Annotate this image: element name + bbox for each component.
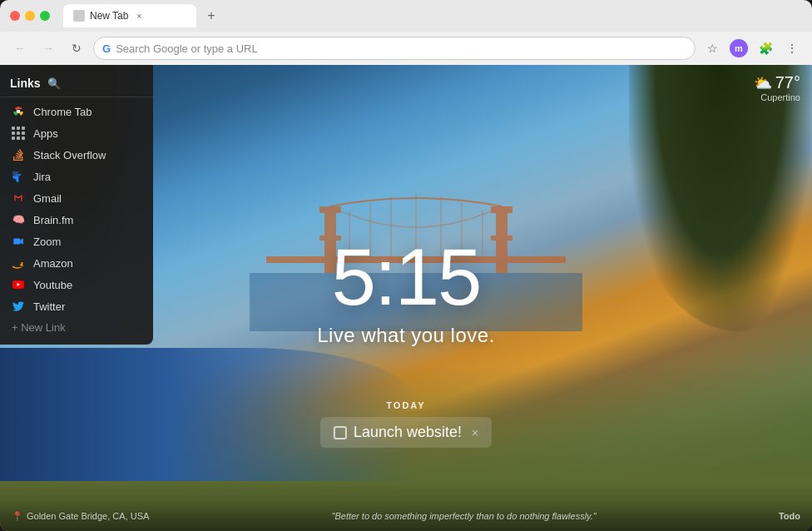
zoom-icon (12, 235, 25, 248)
location-icon: 📍 (12, 511, 23, 522)
reload-button[interactable]: ↻ (65, 37, 88, 60)
jira-icon (12, 170, 25, 183)
sidebar-item-label-chrome-tab: Chrome Tab (33, 106, 92, 118)
youtube-icon (12, 278, 25, 291)
minimize-button[interactable] (25, 11, 35, 21)
sidebar-item-chrome-tab[interactable]: Chrome Tab (0, 101, 153, 122)
sidebar-item-label-apps: Apps (33, 127, 58, 140)
sidebar-item-youtube[interactable]: Youtube (0, 274, 153, 295)
center-content: 5:15 Live what you love. (317, 237, 495, 347)
sidebar-item-apps[interactable]: Apps (0, 122, 153, 144)
new-tab-button[interactable]: + (200, 4, 223, 27)
sidebar-header: Links 🔍 (0, 72, 153, 97)
menu-icon[interactable]: ⋮ (780, 37, 804, 60)
time-display: 5:15 (317, 237, 495, 317)
avatar: m (730, 39, 748, 57)
chrome-icon (12, 105, 25, 118)
stack-overflow-icon (12, 148, 25, 161)
tab-close-icon[interactable]: × (133, 10, 145, 22)
active-tab[interactable]: New Tab × (63, 4, 196, 27)
sidebar-item-label-brain-fm: Brain.fm (33, 214, 73, 226)
todo-item: Launch website! × (320, 417, 492, 448)
apps-icon (12, 127, 25, 140)
bottom-bar: 📍 Golden Gate Bridge, CA, USA "Better to… (0, 501, 812, 531)
sidebar-menu: Links 🔍 Chrome Tab Apps (0, 65, 153, 345)
address-placeholder: Search Google or type a URL (116, 42, 258, 55)
brain-fm-icon: 🧠 (12, 213, 25, 226)
tab-favicon (73, 10, 85, 22)
sidebar-item-label-youtube: Youtube (33, 279, 72, 291)
google-logo: G (102, 42, 111, 55)
tagline: Live what you love. (317, 324, 495, 347)
sidebar-item-label-gmail: Gmail (33, 192, 62, 205)
location-info: 📍 Golden Gate Bridge, CA, USA (12, 511, 149, 522)
sidebar-title: Links (10, 77, 41, 90)
todo-close-icon[interactable]: × (472, 426, 478, 439)
weather-widget: ⛅ 77° Cupertino (754, 73, 800, 102)
extensions-icon[interactable]: 🧩 (754, 37, 777, 60)
tab-bar: New Tab × + (63, 4, 223, 27)
todo-label: Todo (779, 511, 800, 521)
twitter-icon (12, 300, 25, 313)
sidebar-search-icon[interactable]: 🔍 (47, 77, 61, 90)
weather-icon: ⛅ (754, 74, 772, 92)
gmail-icon (12, 191, 25, 205)
todo-date-label: TODAY (320, 400, 492, 410)
sidebar-item-zoom[interactable]: Zoom (0, 231, 153, 252)
new-link-label: + New Link (12, 321, 66, 334)
main-content: Links 🔍 Chrome Tab Apps (0, 65, 812, 531)
todo-section: TODAY Launch website! × (320, 400, 492, 448)
amazon-icon (12, 256, 25, 270)
sidebar-item-label-twitter: Twitter (33, 300, 65, 313)
sidebar-item-stack-overflow[interactable]: Stack Overflow (0, 144, 153, 166)
sidebar-item-jira[interactable]: Jira (0, 166, 153, 187)
new-link-button[interactable]: + New Link (0, 317, 153, 338)
todo-task-text: Launch website! (354, 424, 462, 441)
bottom-quote: "Better to do something imperfectly than… (149, 511, 779, 521)
weather-location: Cupertino (754, 92, 800, 102)
weather-temperature: 77° (775, 73, 800, 92)
back-button[interactable]: ← (8, 37, 32, 60)
forward-button[interactable]: → (37, 37, 60, 60)
svg-rect-17 (13, 239, 20, 245)
sidebar-item-twitter[interactable]: Twitter (0, 295, 153, 317)
bookmark-icon[interactable]: ☆ (701, 37, 724, 60)
sidebar-item-label-amazon: Amazon (33, 257, 73, 270)
browser-frame: New Tab × + ← → ↻ G Search Google or typ… (0, 0, 812, 531)
nav-actions: ☆ m 🧩 ⋮ (701, 37, 804, 60)
traffic-lights (10, 11, 50, 21)
sidebar-item-label-zoom: Zoom (33, 236, 61, 248)
sidebar-item-amazon[interactable]: Amazon (0, 252, 153, 274)
address-bar[interactable]: G Search Google or type a URL (93, 37, 696, 60)
sidebar-item-brain-fm[interactable]: 🧠 Brain.fm (0, 209, 153, 231)
profile-icon[interactable]: m (727, 37, 750, 60)
todo-checkbox[interactable] (334, 426, 347, 439)
maximize-button[interactable] (40, 11, 50, 21)
sidebar-item-label-jira: Jira (33, 171, 51, 183)
nav-bar: ← → ↻ G Search Google or type a URL ☆ m … (0, 32, 812, 65)
sidebar-item-gmail[interactable]: Gmail (0, 187, 153, 209)
sidebar-item-label-stack-overflow: Stack Overflow (33, 149, 106, 161)
close-button[interactable] (10, 11, 20, 21)
location-text: Golden Gate Bridge, CA, USA (27, 511, 149, 521)
tab-title: New Tab (90, 10, 128, 22)
title-bar: New Tab × + (0, 0, 812, 32)
svg-point-16 (17, 110, 20, 113)
